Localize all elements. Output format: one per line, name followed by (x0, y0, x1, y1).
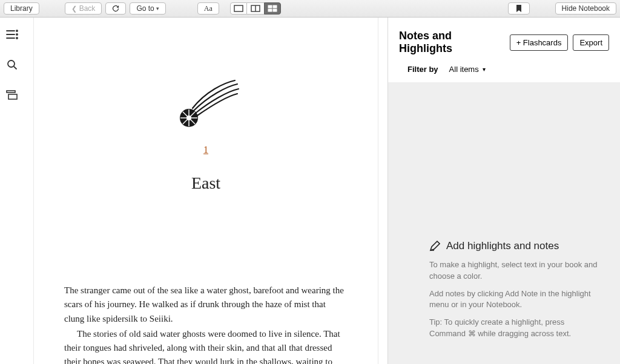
chevron-left-icon: ❮ (71, 5, 77, 13)
svg-point-22 (186, 115, 191, 120)
chapter-ornament (64, 78, 348, 132)
library-button[interactable]: Library (4, 2, 39, 15)
layout-single-icon (234, 5, 243, 12)
svg-rect-6 (273, 9, 277, 11)
svg-rect-15 (7, 91, 15, 93)
left-rail (0, 18, 24, 364)
search-icon (7, 59, 18, 70)
book-page: 1 East The stranger came out of the sea … (33, 18, 378, 364)
notebook-empty-state: Add highlights and notes To make a highl… (388, 82, 620, 364)
chapter-number[interactable]: 1 (64, 145, 348, 155)
filter-label: Filter by (407, 65, 438, 74)
chevron-down-icon: ▾ (483, 66, 486, 73)
layout-double-icon (251, 5, 260, 12)
empty-hint: Tip: To quickly create a highlight, pres… (429, 317, 598, 340)
layout-grid-button[interactable] (264, 2, 281, 15)
empty-hint: To make a highlight, select text in your… (429, 259, 598, 282)
svg-point-11 (16, 34, 18, 35)
notebook-filter: Filter by All items ▾ (388, 61, 620, 82)
empty-title: Add highlights and notes (429, 240, 598, 252)
bookmark-icon (516, 4, 522, 13)
top-toolbar: Library ❮ Back Go to▾ Aa Hide Notebook (0, 0, 620, 18)
toc-icon (6, 30, 18, 39)
main-container: 1 East The stranger came out of the sea … (0, 18, 620, 364)
svg-rect-16 (8, 94, 17, 99)
layout-mode-group (230, 2, 281, 15)
reload-button[interactable] (105, 2, 126, 15)
svg-point-13 (8, 60, 15, 67)
layout-grid-icon (268, 5, 277, 12)
layout-double-button[interactable] (247, 2, 264, 15)
svg-rect-0 (234, 5, 243, 11)
notebook-header: Notes and Highlights + Flashcards Export (388, 18, 620, 61)
toc-button[interactable] (6, 28, 18, 41)
pages-button[interactable] (6, 89, 18, 101)
comet-icon (170, 78, 242, 132)
layout-single-button[interactable] (230, 2, 247, 15)
paragraph: The stories of old said water ghosts wer… (64, 327, 348, 364)
search-button[interactable] (6, 59, 18, 71)
font-settings-button[interactable]: Aa (197, 2, 219, 15)
chapter-title: East (64, 174, 348, 193)
filter-dropdown[interactable]: All items ▾ (449, 65, 486, 74)
hide-notebook-button[interactable]: Hide Notebook (555, 2, 616, 15)
reader-area: 1 East The stranger came out of the sea … (24, 18, 388, 364)
back-button[interactable]: ❮ Back (65, 2, 102, 15)
chevron-down-icon: ▾ (156, 5, 159, 11)
svg-point-10 (16, 30, 18, 31)
export-button[interactable]: Export (573, 34, 609, 51)
goto-dropdown[interactable]: Go to▾ (130, 2, 165, 15)
notebook-panel: Notes and Highlights + Flashcards Export… (388, 18, 620, 364)
notebook-title: Notes and Highlights (399, 30, 505, 55)
bookmark-button[interactable] (508, 2, 530, 15)
reload-icon (112, 4, 119, 13)
pencil-icon (429, 241, 440, 252)
empty-hint: Add notes by clicking Add Note in the hi… (429, 288, 598, 311)
svg-point-12 (16, 37, 18, 39)
flashcards-button[interactable]: + Flashcards (510, 34, 569, 51)
svg-line-14 (14, 67, 17, 70)
body-text: The stranger came out of the sea like a … (64, 284, 348, 364)
pages-icon (6, 90, 18, 100)
svg-rect-3 (268, 5, 272, 8)
paragraph: The stranger came out of the sea like a … (64, 284, 348, 326)
svg-rect-4 (273, 5, 277, 8)
svg-rect-5 (268, 9, 272, 11)
